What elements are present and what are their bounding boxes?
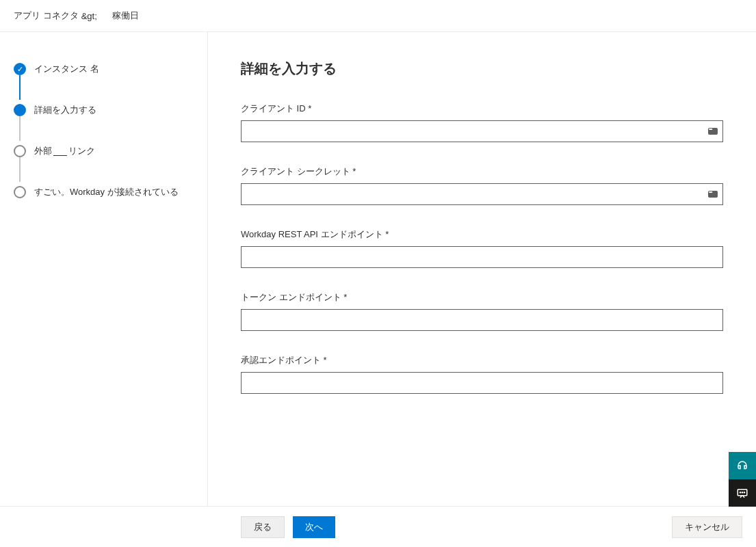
field-auth-endpoint: 承認エンドポイント * xyxy=(241,354,723,394)
step-label: すごい。Workday が接続されている xyxy=(34,186,179,198)
wizard-footer: 戻る 次へ キャンセル xyxy=(0,507,756,547)
reveal-password-icon[interactable] xyxy=(708,191,718,198)
client-secret-input[interactable] xyxy=(241,183,723,205)
main-form-area: 詳細を入力する クライアント ID * クライアント シークレット * Work… xyxy=(208,32,756,506)
step-label: インスタンス 名 xyxy=(34,63,99,75)
page-title: 詳細を入力する xyxy=(241,59,723,78)
svg-point-1 xyxy=(740,492,740,493)
current-step-icon xyxy=(14,104,26,116)
back-button[interactable]: 戻る xyxy=(241,516,285,538)
feedback-chat-icon[interactable] xyxy=(729,479,756,507)
help-headset-icon[interactable] xyxy=(729,452,756,479)
breadcrumb-current: 稼働日 xyxy=(112,10,139,22)
pending-step-icon xyxy=(14,145,26,157)
cancel-button[interactable]: キャンセル xyxy=(672,516,742,538)
field-rest-api-endpoint: Workday REST API エンドポイント * xyxy=(241,228,723,268)
step-instance-name[interactable]: ✓ インスタンス 名 xyxy=(14,61,194,77)
breadcrumb-parent[interactable]: アプリ コネクタ xyxy=(14,10,79,22)
client-id-input[interactable] xyxy=(241,120,723,142)
field-client-secret: クライアント シークレット * xyxy=(241,165,723,205)
next-button[interactable]: 次へ xyxy=(293,516,335,538)
client-secret-label: クライアント シークレット * xyxy=(241,165,723,178)
rest-api-endpoint-input[interactable] xyxy=(241,246,723,268)
step-label: 外部リンク xyxy=(34,145,95,157)
token-endpoint-label: トークン エンドポイント * xyxy=(241,291,723,304)
auth-endpoint-label: 承認エンドポイント * xyxy=(241,354,723,366)
field-client-id: クライアント ID * xyxy=(241,103,723,142)
svg-point-3 xyxy=(744,492,744,493)
svg-point-2 xyxy=(742,492,742,493)
check-circle-icon: ✓ xyxy=(14,63,26,75)
reveal-password-icon[interactable] xyxy=(708,128,718,135)
step-label: 詳細を入力する xyxy=(34,104,96,116)
step-enter-details[interactable]: 詳細を入力する xyxy=(14,102,194,118)
floating-action-icons xyxy=(729,452,756,507)
client-id-label: クライアント ID * xyxy=(241,103,723,115)
wizard-steps-sidebar: ✓ インスタンス 名 詳細を入力する 外部リンク すごい。Workday が接続… xyxy=(0,32,208,506)
rest-api-endpoint-label: Workday REST API エンドポイント * xyxy=(241,228,723,241)
pending-step-icon xyxy=(14,186,26,198)
breadcrumb-bar: アプリ コネクタ &gt; 稼働日 xyxy=(0,0,756,32)
step-external-link[interactable]: 外部リンク xyxy=(14,143,194,159)
token-endpoint-input[interactable] xyxy=(241,309,723,331)
breadcrumb-separator: &gt; xyxy=(81,11,97,21)
field-token-endpoint: トークン エンドポイント * xyxy=(241,291,723,331)
step-connected[interactable]: すごい。Workday が接続されている xyxy=(14,184,194,200)
auth-endpoint-input[interactable] xyxy=(241,372,723,394)
